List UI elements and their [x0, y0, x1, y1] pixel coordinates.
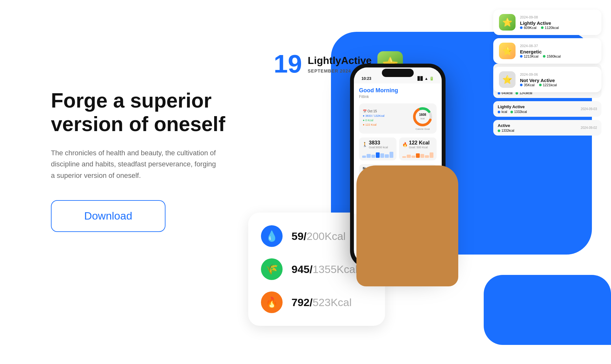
activity-name-0: Lightly Active [520, 20, 596, 26]
metric-chart-steps [362, 150, 393, 158]
activity-date-1: 2024-08-37 [520, 44, 596, 48]
stat-icon-burn: 🔥 [261, 291, 283, 313]
activity-stats-0: 609Kcal 1120kcal [520, 26, 596, 30]
calorie-item-0: 📅 Oct 15 [363, 109, 409, 113]
metric-value-calories: 122 Kcal [409, 140, 430, 146]
activity-name-2: Not Very Active [520, 78, 596, 83]
calorie-item-3: ● 122 Kcal [363, 123, 409, 126]
blue-blob-bottom [484, 275, 611, 345]
metric-icon-steps: 🚶 [362, 142, 368, 147]
date-number: 19 [274, 49, 302, 79]
activity-stats-2: 35Kcal 1221kcal [520, 83, 596, 87]
calorie-item-2: ● 0 Kcal [363, 119, 409, 122]
calorie-ring-svg: 1608 kcal [412, 107, 433, 127]
act-date-5: 2024-09-03 [581, 107, 597, 111]
metric-icon-calories: 🔥 [402, 142, 408, 147]
dot-green [543, 55, 545, 58]
act-date-6: 2024-09-02 [581, 126, 597, 130]
metric-value-steps: 3833 [369, 140, 388, 146]
metrics-row: 🚶 3833 Goal:9000 kcal [359, 137, 437, 160]
dot-blue [520, 26, 523, 29]
stat-value-burn: 792/523Kcal [291, 296, 352, 309]
calorie-section: 📅 Oct 15 ● 3833 / 132Kcal ● 0 Kcal ● 122… [359, 103, 437, 134]
metric-label-steps: Goal:9000 kcal [369, 146, 388, 149]
activity-date-2: 2024-09-06 [520, 73, 596, 76]
phone-icons: ▊▊ ▲ 🔋 [418, 76, 434, 81]
phone-time: 10:23 [362, 76, 371, 81]
activity-list: ⭐ 2024-09-08 Lightly Active 609Kcal 1120… [493, 10, 601, 92]
act-left-5: Lightly Active kcal 1332kcal [498, 104, 527, 114]
metric-values-calories: 122 Kcal Goal: 500 Kcal [409, 140, 430, 149]
metric-label-calories: Goal: 500 Kcal [409, 146, 430, 149]
metric-header-calories: 🔥 122 Kcal Goal: 500 Kcal [402, 140, 433, 149]
list-item: ⭐ 2024-09-06 Not Very Active 35Kcal 1221… [493, 67, 601, 92]
metric-values-steps: 3833 Goal:9000 kcal [369, 140, 388, 149]
phone-greeting: Good Morning [359, 87, 437, 94]
activity-name-1: Energetic [520, 49, 596, 54]
list-item: ⭐ 2024-09-08 Lightly Active 609Kcal 1120… [493, 10, 601, 35]
activity-stats-1: 1213Kcal 1580kcal [520, 54, 596, 58]
stat-icon-food: 🌾 [261, 258, 283, 280]
metric-box-calories: 🔥 122 Kcal Goal: 500 Kcal [399, 137, 437, 160]
phone-mockup: 10:23 ▊▊ ▲ 🔋 Good Morning Fitlink 📅 Oct … [350, 64, 458, 286]
activity-info-2: 2024-09-06 Not Very Active 35Kcal 1221kc… [520, 73, 596, 87]
hand-illustration [356, 165, 458, 286]
list-item: Lightly Active kcal 1332kcal 2024-09-03 [493, 101, 601, 117]
list-item: Active 1332kcal 2024-09-02 [493, 120, 601, 136]
svg-text:1608: 1608 [419, 113, 426, 116]
act-left-6: Active 1332kcal [498, 123, 514, 132]
stat-icon-water: 💧 [261, 225, 283, 247]
act-stats-5: kcal 1332kcal [498, 110, 527, 114]
activity-date-0: 2024-09-08 [520, 15, 596, 19]
calorie-info: 📅 Oct 15 ● 3833 / 132Kcal ● 0 Kcal ● 122… [363, 109, 409, 128]
main-headline: Forge a superior version of oneself [51, 89, 248, 136]
stat-row-burn: 🔥 792/523Kcal [261, 291, 372, 313]
left-content: Forge a superior version of oneself The … [51, 89, 248, 232]
phone-app-name: Fitlink [359, 94, 437, 99]
metric-header-steps: 🚶 3833 Goal:9000 kcal [362, 140, 393, 149]
calorie-ring-container: 1608 kcal Calorie Goal [412, 107, 433, 130]
right-area: 19 LightlyActive SEPTEMBER 2024 ⭐ ⭐ 2024… [229, 0, 611, 364]
dot-blue [520, 55, 523, 58]
act-name-6: Active [498, 123, 514, 128]
activity-icon-1: ⭐ [499, 43, 516, 59]
dot-green [541, 26, 544, 29]
phone-notch [382, 69, 414, 77]
stat-value-food: 945/1355Kcal [291, 263, 358, 276]
stat-value-water: 59/200Kcal [291, 230, 346, 242]
activity-info-0: 2024-09-08 Lightly Active 609Kcal 1120kc… [520, 15, 596, 30]
metric-box-steps: 🚶 3833 Goal:9000 kcal [359, 137, 397, 160]
act-stats-6: 1332kcal [498, 129, 514, 132]
download-button[interactable]: Download [51, 200, 165, 232]
activity-icon-2: ⭐ [499, 71, 516, 88]
act-name-5: Lightly Active [498, 104, 527, 109]
subtitle-text: The chronicles of health and beauty, the… [51, 147, 216, 181]
activity-info-1: 2024-08-37 Energetic 1213Kcal 1580kcal [520, 44, 596, 58]
list-item: ⭐ 2024-08-37 Energetic 1213Kcal 1580kcal [493, 38, 601, 64]
calorie-goal-label: Calorie Goal [416, 128, 430, 130]
activity-icon-0: ⭐ [499, 14, 516, 31]
calorie-item-1: ● 3833 / 132Kcal [363, 114, 409, 117]
svg-text:kcal: kcal [421, 117, 425, 120]
metric-chart-calories [402, 150, 433, 158]
